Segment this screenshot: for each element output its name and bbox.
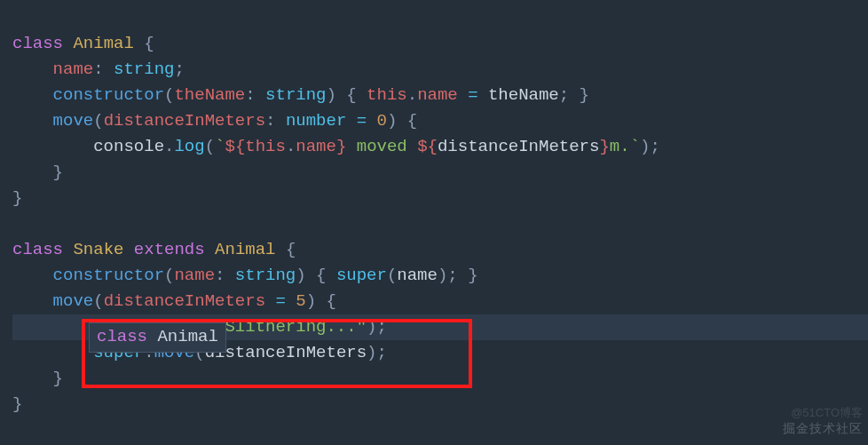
code-line: class Animal { <box>12 34 154 53</box>
code-line: move(distanceInMeters = 5) { <box>12 291 336 311</box>
code-line: } <box>12 369 63 388</box>
code-line: console.log(`${this.name} moved ${distan… <box>12 137 660 156</box>
code-line: constructor(theName: string) { this.name… <box>12 85 589 105</box>
code-editor[interactable]: class Animal { name: string; constructor… <box>0 0 868 417</box>
code-line: } <box>12 188 22 208</box>
code-line <box>12 214 22 234</box>
code-line: class Snake extends Animal { <box>12 240 296 259</box>
code-line: constructor(name: string) { super(name);… <box>12 266 478 285</box>
code-line: name: string; <box>12 60 185 79</box>
code-line: } <box>12 163 63 182</box>
watermark-text: 掘金技术社区 <box>783 416 863 441</box>
code-line: move(distanceInMeters: number = 0) { <box>12 111 417 131</box>
hover-tooltip: class Animal <box>89 322 226 353</box>
code-line: } <box>12 394 22 414</box>
